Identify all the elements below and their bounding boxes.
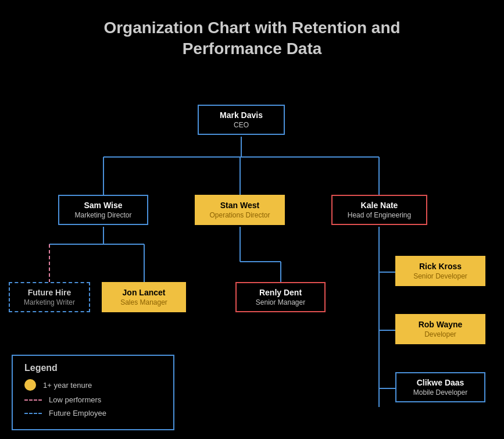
page-title: Organization Chart with Retention and Pe…: [0, 0, 504, 60]
org-chart: Mark Davis CEO Sam Wise Marketing Direct…: [0, 81, 504, 439]
node-rob-wayne: Rob Wayne Developer: [395, 314, 485, 344]
legend-item-future-employee: Future Employee: [24, 409, 162, 417]
legend-circle-icon: [24, 379, 36, 391]
legend-title: Legend: [24, 363, 162, 373]
legend-label-tenure: 1+ year tenure: [43, 381, 92, 390]
legend-blue-dash-icon: [24, 413, 42, 414]
node-clikwe-daas: Clikwe Daas Mobile Developer: [395, 372, 485, 402]
legend-pink-dash-icon: [24, 399, 42, 401]
legend-label-future-employee: Future Employee: [49, 409, 106, 417]
node-mark-davis: Mark Davis CEO: [198, 105, 285, 135]
node-sam-wise: Sam Wise Marketing Director: [58, 195, 148, 225]
legend-item-tenure: 1+ year tenure: [24, 379, 162, 391]
node-rick-kross: Rick Kross Senior Developer: [395, 256, 485, 286]
legend-label-low-performers: Low performers: [49, 395, 101, 404]
legend-item-low-performers: Low performers: [24, 395, 162, 404]
node-stan-west: Stan West Operations Director: [195, 195, 285, 225]
node-kale-nate: Kale Nate Head of Engineering: [331, 195, 427, 225]
node-renly-dent: Renly Dent Senior Manager: [235, 282, 326, 312]
node-future-hire: Future Hire Marketing Writer: [9, 282, 90, 312]
node-jon-lancet: Jon Lancet Sales Manager: [102, 282, 186, 312]
legend: Legend 1+ year tenure Low performers Fut…: [12, 355, 174, 430]
